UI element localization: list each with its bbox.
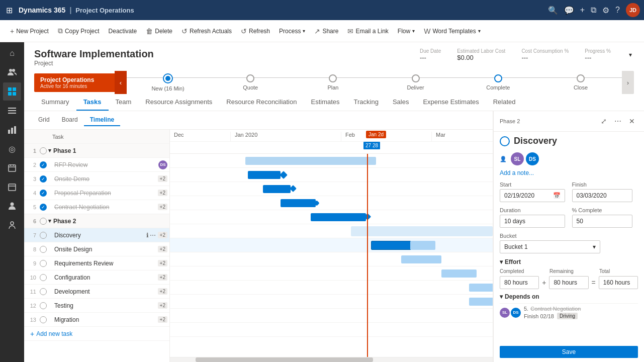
discovery-info-icon[interactable]: ℹ bbox=[146, 232, 149, 239]
task-row-contract-neg[interactable]: 5 ✓ Contract Negotiation +2 bbox=[24, 200, 169, 214]
gantt-bar-contract[interactable] bbox=[311, 213, 366, 221]
sidebar-icon-people[interactable] bbox=[3, 63, 21, 81]
task-row-configuration[interactable]: 10 Configuration +2 bbox=[24, 270, 169, 285]
task-row-proposal-prep[interactable]: 4 ✓ Proposal Preparation +2 bbox=[24, 186, 169, 200]
stage-item-deliver[interactable]: Deliver bbox=[375, 74, 457, 90]
tab-team[interactable]: Team bbox=[109, 94, 139, 111]
effort-section-header[interactable]: ▾ Effort bbox=[500, 258, 638, 265]
gantt-scroll-thumb[interactable] bbox=[196, 357, 373, 362]
avatar-ds[interactable]: DS bbox=[526, 152, 539, 165]
flow-button[interactable]: Flow ▾ bbox=[394, 25, 419, 38]
add-new-task-row[interactable]: + Add new task bbox=[24, 327, 169, 341]
process-button[interactable]: Process ▾ bbox=[275, 25, 309, 38]
gantt-scroll[interactable] bbox=[170, 357, 493, 362]
sidebar-icon-home[interactable]: ⌂ bbox=[3, 44, 21, 62]
add-note-link[interactable]: Add a note... bbox=[500, 169, 638, 176]
tab-resource-assignments[interactable]: Resource Assignments bbox=[138, 94, 219, 111]
panel-expand-button[interactable]: ⤢ bbox=[598, 115, 610, 127]
gantt-bar-onsite-design[interactable] bbox=[401, 255, 441, 263]
stage-notification[interactable]: Project Operations Active for 16 minutes bbox=[34, 73, 115, 92]
task-row-onsite-demo[interactable]: 3 ✓ Onsite Demo +2 bbox=[24, 172, 169, 186]
task-row-phase1[interactable]: 1 ▾ Phase 1 bbox=[24, 144, 169, 158]
refresh-actuals-button[interactable]: ↺ Refresh Actuals bbox=[177, 24, 236, 38]
depends-on-section-header[interactable]: ▾ Depends on bbox=[500, 293, 638, 300]
sidebar-icon-chart[interactable] bbox=[3, 121, 21, 139]
stage-item-quote[interactable]: Quote bbox=[209, 74, 292, 90]
word-templates-button[interactable]: W Word Templates ▾ bbox=[420, 24, 484, 38]
email-link-button[interactable]: ✉ Email a Link bbox=[343, 24, 392, 38]
task-row-rfp-review[interactable]: 2 ✓ RFP Review DS bbox=[24, 158, 169, 172]
tab-summary[interactable]: Summary bbox=[34, 94, 76, 111]
gantt-bar-proposal[interactable] bbox=[281, 199, 316, 207]
gantt-bar-config[interactable] bbox=[469, 284, 493, 292]
settings-icon[interactable]: ⚙ bbox=[602, 6, 609, 15]
tab-tasks[interactable]: Tasks bbox=[76, 94, 109, 111]
calendar-icon-start[interactable]: 📅 bbox=[553, 192, 561, 199]
task-row-testing[interactable]: 12 Testing +2 bbox=[24, 299, 169, 313]
sidebar-icon-grid[interactable] bbox=[3, 82, 21, 101]
discovery-more-icon[interactable]: ⋯ bbox=[150, 232, 156, 239]
share-button[interactable]: ↗ Share bbox=[310, 24, 342, 38]
remaining-effort-input[interactable]: 80 hours bbox=[549, 276, 588, 289]
duration-input[interactable]: 10 days bbox=[500, 215, 565, 228]
refresh-button[interactable]: ↺ Refresh bbox=[237, 24, 274, 38]
stage-item-complete[interactable]: Complete bbox=[457, 74, 539, 90]
sidebar-icon-calendar2[interactable] bbox=[3, 178, 21, 196]
gantt-bar-phase2[interactable] bbox=[351, 226, 493, 236]
total-effort-input[interactable]: 160 hours bbox=[599, 276, 638, 289]
stage-item-new[interactable]: New (16 Min) bbox=[127, 73, 209, 92]
stage-item-plan[interactable]: Plan bbox=[292, 74, 374, 90]
tab-estimates[interactable]: Estimates bbox=[304, 94, 346, 111]
dep-task-name[interactable]: Contract Negotiation bbox=[530, 306, 581, 312]
tab-expense-estimates[interactable]: Expense Estimates bbox=[416, 94, 486, 111]
start-input[interactable]: 02/19/2020 📅 bbox=[500, 189, 565, 202]
bucket-select[interactable]: Bucket 1 ▾ bbox=[500, 240, 600, 253]
sidebar-icon-person[interactable] bbox=[3, 197, 21, 215]
grid-view-button[interactable]: Grid bbox=[32, 114, 56, 126]
new-project-button[interactable]: + New Project bbox=[6, 24, 53, 38]
filter-icon[interactable]: ⧉ bbox=[591, 6, 596, 15]
avatar-sl[interactable]: SL bbox=[511, 152, 524, 165]
stage-nav-right[interactable]: › bbox=[622, 71, 634, 94]
chat-icon[interactable]: 💬 bbox=[564, 6, 574, 15]
copy-project-button[interactable]: ⧉ Copy Project bbox=[54, 24, 104, 38]
gantt-bar-onsite-demo[interactable] bbox=[263, 185, 291, 193]
stage-item-close[interactable]: Close bbox=[539, 74, 622, 90]
task-row-phase2[interactable]: 6 ▾ Phase 2 bbox=[24, 214, 169, 228]
sidebar-icon-target[interactable]: ◎ bbox=[3, 140, 21, 158]
delete-button[interactable]: 🗑 Delete bbox=[142, 24, 176, 38]
board-view-button[interactable]: Board bbox=[56, 114, 84, 126]
stage-nav-left[interactable]: ‹ bbox=[115, 71, 127, 94]
panel-more-button[interactable]: ⋯ bbox=[612, 115, 624, 127]
gantt-bar-discovery[interactable] bbox=[371, 241, 411, 250]
tab-sales[interactable]: Sales bbox=[386, 94, 416, 111]
task-row-discovery[interactable]: 7 Discovery ℹ ⋯ +2 bbox=[24, 228, 169, 242]
tab-tracking[interactable]: Tracking bbox=[347, 94, 386, 111]
timeline-view-button[interactable]: Timeline bbox=[84, 114, 120, 126]
sidebar-icon-calendar[interactable] bbox=[3, 159, 21, 177]
deactivate-button[interactable]: Deactivate bbox=[105, 25, 141, 38]
gantt-bar-phase1[interactable] bbox=[245, 157, 376, 165]
pct-complete-input[interactable]: 50 bbox=[572, 215, 632, 228]
expand-meta-button[interactable]: ▾ bbox=[627, 48, 634, 61]
completed-effort-input[interactable]: 80 hours bbox=[500, 276, 539, 289]
task-row-onsite-design[interactable]: 8 Onsite Design +2 bbox=[24, 242, 169, 256]
search-icon[interactable]: 🔍 bbox=[548, 6, 558, 15]
task-row-req-review[interactable]: 9 Requirements Review +2 bbox=[24, 256, 169, 270]
finish-input[interactable]: 03/03/2020 bbox=[572, 189, 632, 202]
user-avatar[interactable]: JD bbox=[626, 3, 640, 17]
save-button[interactable]: Save bbox=[500, 346, 638, 358]
sidebar-icon-person2[interactable] bbox=[3, 216, 21, 234]
gantt-bar-req-review[interactable] bbox=[441, 269, 477, 278]
gantt-bar-rfp[interactable] bbox=[248, 171, 281, 179]
plus-icon[interactable]: + bbox=[580, 6, 585, 15]
help-icon[interactable]: ? bbox=[615, 6, 620, 15]
task-row-development[interactable]: 11 Development +2 bbox=[24, 285, 169, 299]
sidebar-icon-list[interactable] bbox=[3, 102, 21, 120]
panel-close-button[interactable]: ✕ bbox=[626, 115, 638, 127]
tab-resource-reconciliation[interactable]: Resource Reconciliation bbox=[219, 94, 304, 111]
task-row-migration[interactable]: 13 Migration +2 bbox=[24, 313, 169, 327]
gantt-bar-dev[interactable] bbox=[469, 298, 493, 306]
apps-icon[interactable]: ⊞ bbox=[4, 4, 15, 17]
tab-related[interactable]: Related bbox=[486, 94, 523, 111]
